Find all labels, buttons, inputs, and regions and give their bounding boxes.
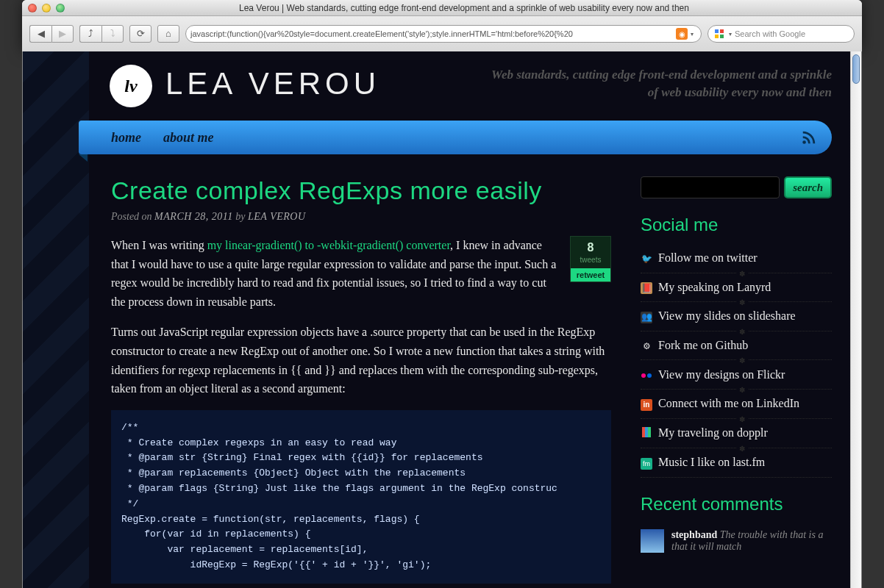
browser-search-field[interactable]: ▾ Search with Google [707, 25, 855, 43]
linkedin-icon: in [641, 397, 652, 411]
titlebar: Lea Verou | Web standards, cutting edge … [22, 0, 862, 16]
zoom-window-button[interactable] [56, 4, 65, 12]
post-link-converter[interactable]: my linear-gradient() to -webkit-gradient… [207, 239, 450, 251]
post-paragraph: When I was writing my linear-gradient() … [111, 236, 611, 311]
last-tab-back-button[interactable]: ⤴ [79, 25, 101, 43]
comment-item[interactable]: stephband The trouble with that is a tha… [641, 523, 832, 559]
social-item: 📕My speaking on Lanyrd [641, 273, 832, 303]
sidebar: search Social me 🐦Follow me on twitter📕M… [641, 176, 832, 584]
social-link-lastfm[interactable]: fmMusic I like on last.fm [641, 456, 832, 470]
rss-icon[interactable] [801, 129, 817, 146]
post-meta: Posted on MARCH 28, 2011 by LEA VEROU [111, 211, 611, 223]
url-bar[interactable]: javascript:(function(){var%20style=docum… [185, 25, 702, 43]
traffic-lights [28, 4, 65, 12]
scrollbar-track[interactable] [850, 51, 861, 588]
home-button[interactable]: ⌂ [157, 25, 179, 43]
svg-point-4 [802, 140, 806, 144]
last-tab-forward-button[interactable]: ⤵ [101, 25, 124, 43]
tweet-count: 8 [571, 237, 610, 256]
social-link-dopplr[interactable]: My traveling on dopplr [641, 426, 832, 440]
github-icon: ⚙ [641, 339, 652, 353]
scrollbar-thumb[interactable] [852, 54, 860, 84]
dopplr-icon [641, 426, 652, 440]
avatar [641, 529, 664, 553]
comments-list: stephband The trouble with that is a tha… [641, 523, 832, 559]
post-date: MARCH 28, 2011 [154, 211, 233, 222]
nav-about[interactable]: about me [163, 130, 214, 146]
social-widget-title: Social me [641, 215, 832, 235]
url-text: javascript:(function(){var%20style=docum… [190, 29, 573, 38]
social-link-slideshare[interactable]: 👥View my slides on slideshare [641, 309, 832, 323]
google-icon [714, 29, 724, 39]
site-logo[interactable]: lv [111, 66, 151, 106]
social-item: My traveling on dopplr [641, 419, 832, 448]
browser-chrome: Lea Verou | Web standards, cutting edge … [22, 0, 862, 51]
social-label: My traveling on dopplr [658, 426, 768, 440]
site-header: lv LEA VEROU Web standards, cutting edge… [111, 66, 832, 106]
svg-rect-1 [720, 29, 724, 33]
nav-home[interactable]: home [111, 130, 141, 146]
retweet-button[interactable]: retweet [571, 268, 610, 282]
svg-rect-2 [715, 35, 719, 38]
by-label: by [235, 211, 245, 222]
post-body: 8 tweets retweet When I was writing my l… [111, 236, 611, 584]
social-item: ⚙Fork me on Github [641, 331, 832, 361]
social-label: My speaking on Lanyrd [658, 281, 771, 294]
window-title: Lea Verou | Web standards, cutting edge … [72, 3, 856, 13]
social-item: 👥View my slides on slideshare [641, 302, 832, 331]
back-button[interactable]: ◀ [29, 25, 51, 43]
minimize-window-button[interactable] [42, 4, 51, 12]
tweet-box: 8 tweets retweet [570, 236, 611, 282]
site-title[interactable]: LEA VEROU [165, 66, 380, 101]
svg-rect-3 [720, 35, 724, 38]
search-button[interactable]: search [784, 176, 832, 198]
social-label: Follow me on twitter [658, 251, 758, 265]
tweet-label: tweets [571, 256, 610, 268]
social-link-github[interactable]: ⚙Fork me on Github [641, 339, 832, 353]
search-placeholder: Search with Google [735, 29, 805, 38]
social-item: inConnect with me on LinkedIn [641, 390, 832, 419]
lastfm-icon: fm [641, 456, 652, 470]
social-link-twitter[interactable]: 🐦Follow me on twitter [641, 251, 832, 265]
comment-author: stephband [671, 529, 717, 540]
social-label: Connect with me on LinkedIn [658, 397, 799, 410]
slideshare-icon: 👥 [641, 309, 652, 323]
social-list: 🐦Follow me on twitter📕My speaking on Lan… [641, 244, 832, 478]
social-link-lanyrd[interactable]: 📕My speaking on Lanyrd [641, 281, 832, 295]
search-form: search [641, 176, 832, 198]
page-viewport: lv LEA VEROU Web standards, cutting edge… [22, 51, 862, 588]
social-link-flickr[interactable]: View my designs on Flickr [641, 368, 832, 381]
logo-text: lv [124, 76, 137, 96]
close-window-button[interactable] [28, 4, 37, 12]
svg-rect-0 [715, 29, 719, 33]
forward-button[interactable]: ▶ [51, 25, 74, 43]
post-paragraph: Turns out JavaScript regular expression … [111, 323, 611, 398]
social-link-linkedin[interactable]: inConnect with me on LinkedIn [641, 397, 832, 411]
rss-feed-icon[interactable]: ◉ [676, 28, 688, 40]
social-item: fmMusic I like on last.fm [641, 448, 832, 478]
social-label: View my designs on Flickr [658, 368, 785, 381]
main-content: Create complex RegExps more easily Poste… [111, 176, 611, 584]
comment-text: stephband The trouble with that is a tha… [671, 529, 832, 553]
browser-toolbar: ◀ ▶ ⤴ ⤵ ⟳ ⌂ javascript:(function(){var%2… [22, 16, 862, 51]
site-tagline: Web standards, cutting edge front-end de… [479, 66, 832, 101]
social-label: View my slides on slideshare [658, 309, 796, 323]
social-item: View my designs on Flickr [641, 360, 832, 390]
lanyrd-icon: 📕 [641, 281, 652, 295]
main-nav: home about me [79, 121, 832, 154]
search-engine-dropdown-icon[interactable]: ▾ [729, 31, 732, 37]
search-input[interactable] [641, 176, 780, 198]
twitter-icon: 🐦 [641, 251, 652, 265]
flickr-icon [641, 368, 652, 381]
code-block: /** * Create complex regexps in an easy … [111, 410, 611, 584]
post-author[interactable]: LEA VEROU [248, 211, 306, 222]
social-label: Fork me on Github [658, 339, 748, 352]
url-dropdown-icon[interactable]: ▾ [691, 31, 694, 37]
posted-on-label: Posted on [111, 211, 152, 222]
comments-widget-title: Recent comments [641, 494, 832, 514]
reload-button[interactable]: ⟳ [129, 25, 152, 43]
post-title[interactable]: Create complex RegExps more easily [111, 176, 611, 205]
social-label: Music I like on last.fm [658, 456, 765, 469]
social-item: 🐦Follow me on twitter [641, 244, 832, 273]
